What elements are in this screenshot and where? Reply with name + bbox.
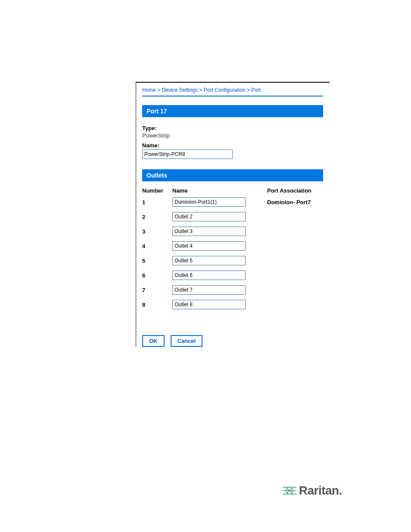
breadcrumb: Home > Device Settings > Port Configurat… bbox=[142, 84, 323, 96]
brand-name: Raritan. bbox=[299, 484, 342, 498]
outlet-name-input[interactable] bbox=[172, 227, 246, 236]
outlet-row: 8 bbox=[142, 300, 330, 309]
column-number: Number bbox=[142, 187, 172, 194]
outlet-row: 5 bbox=[142, 256, 330, 265]
outlet-row: 4 bbox=[142, 241, 330, 251]
outlet-number: 6 bbox=[142, 272, 172, 279]
outlets-table: Number Name Port Association 1 Dominion-… bbox=[142, 187, 330, 309]
outlet-name-input[interactable] bbox=[172, 241, 246, 251]
outlet-number: 4 bbox=[142, 243, 172, 249]
cancel-button[interactable]: Cancel bbox=[171, 335, 203, 347]
outlet-number: 2 bbox=[142, 214, 172, 220]
type-label: Type: bbox=[142, 125, 330, 131]
outlet-name-input[interactable] bbox=[172, 271, 246, 280]
port-config-panel: Home > Device Settings > Port Configurat… bbox=[136, 82, 330, 347]
name-input[interactable] bbox=[142, 149, 233, 159]
outlet-row: 3 bbox=[142, 227, 330, 236]
breadcrumb-home[interactable]: Home bbox=[142, 87, 156, 93]
raritan-logo-icon bbox=[282, 485, 297, 497]
breadcrumb-port[interactable]: Port bbox=[251, 87, 261, 93]
port-header-bar: Port 17 bbox=[142, 105, 323, 117]
outlet-row: 1 Dominion- Port7 bbox=[142, 197, 330, 207]
outlet-row: 2 bbox=[142, 212, 330, 221]
outlets-header-bar: Outlets bbox=[142, 169, 323, 181]
column-name: Name bbox=[172, 187, 258, 194]
outlet-row: 7 bbox=[142, 285, 330, 295]
brand-logo: Raritan. bbox=[282, 484, 342, 498]
type-value: PowerStrip bbox=[142, 132, 330, 139]
outlet-name-input[interactable] bbox=[172, 212, 246, 221]
outlet-number: 7 bbox=[142, 287, 172, 293]
outlet-row: 6 bbox=[142, 271, 330, 280]
outlet-association: Dominion- Port7 bbox=[258, 199, 330, 205]
breadcrumb-device-settings[interactable]: Device Settings bbox=[162, 87, 198, 93]
outlet-name-input[interactable] bbox=[172, 256, 246, 265]
ok-button[interactable]: OK bbox=[142, 335, 165, 347]
outlet-name-input[interactable] bbox=[172, 197, 246, 207]
outlet-name-input[interactable] bbox=[172, 300, 246, 309]
outlet-number: 1 bbox=[142, 199, 172, 205]
outlet-number: 8 bbox=[142, 302, 172, 308]
column-port-association: Port Association bbox=[258, 187, 330, 194]
name-label: Name: bbox=[142, 142, 330, 149]
breadcrumb-port-configuration[interactable]: Port Configuration bbox=[204, 87, 246, 93]
outlet-number: 5 bbox=[142, 258, 172, 264]
outlet-number: 3 bbox=[142, 228, 172, 235]
outlet-name-input[interactable] bbox=[172, 285, 246, 295]
